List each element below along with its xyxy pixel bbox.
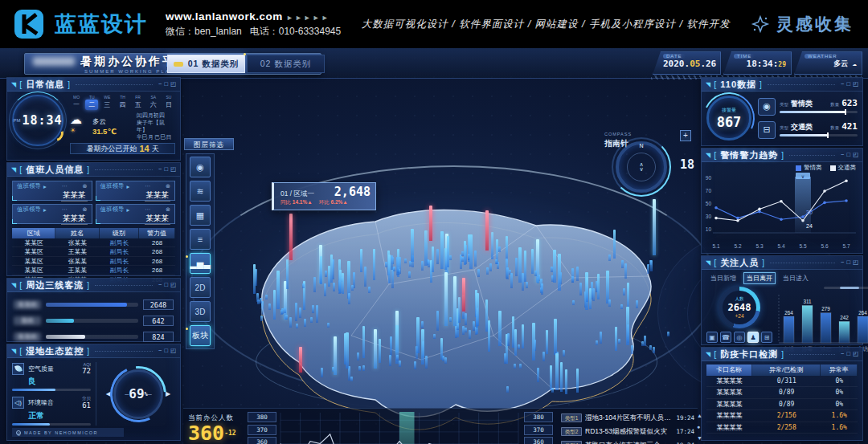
minimize-icon[interactable]: − (841, 259, 844, 266)
scroll-up-icon[interactable]: ▲ (697, 413, 702, 418)
mode-block-button[interactable]: 板块 (190, 325, 211, 346)
weekday-cell[interactable]: SA六 (147, 95, 160, 110)
column-header[interactable]: 卡口名称 (706, 365, 752, 376)
window-icon[interactable]: □ (846, 81, 850, 88)
minimize-icon[interactable]: − (158, 282, 162, 288)
alert-item[interactable]: 类型2RD13-53烟感报警疑似火灾17:24 (561, 425, 694, 438)
close-icon[interactable]: ⊗ (83, 183, 88, 189)
alert-item[interactable]: 类型1湿地3-104片区有不明人员闯入19:24 (561, 411, 694, 425)
close-icon[interactable]: ⊗ (166, 206, 170, 213)
focus-tab[interactable]: 当日进入 (780, 273, 811, 283)
weekday-cell[interactable]: MO一 (70, 95, 83, 110)
compass-dial[interactable]: N ∧∨ (616, 141, 667, 193)
table-row[interactable]: 某某区王某某副局长268 (12, 247, 175, 256)
monitor-icon[interactable]: ▣ (706, 332, 718, 343)
weekday-cell[interactable]: TU二 (85, 95, 98, 110)
column-header[interactable]: 异常/已检测 (752, 365, 821, 376)
more-icon[interactable]: ⋯ (145, 183, 150, 189)
expand-icon[interactable]: ◰ (170, 282, 176, 288)
camera-layer-icon[interactable]: ◉ (190, 157, 211, 177)
duty-leader-card[interactable]: 值班领导▸⋯⊗某某某 (12, 204, 92, 224)
panel-police-trend: ◥警情警力趋势]−□◰ 警情类交通类 9070503010∨30245.15.2… (701, 148, 863, 254)
window-icon[interactable]: □ (164, 166, 168, 173)
table-row[interactable]: 某某区王某某副局长268 (12, 266, 175, 275)
minimize-icon[interactable]: − (158, 81, 162, 88)
weekday-cell[interactable]: FR五 (132, 95, 145, 110)
window-icon[interactable]: □ (164, 282, 168, 288)
mode-3d-button[interactable]: 3D (190, 301, 211, 322)
office-trend-chart[interactable]: 024681012141618202224 (278, 410, 521, 444)
compass-chevrons-icon[interactable]: ∧∨ (639, 162, 643, 172)
checkpoint-row[interactable]: 某某某某0/3110% (706, 376, 858, 387)
column-header[interactable]: 级别 (100, 228, 140, 238)
grid-layer-icon[interactable]: ▦ (190, 205, 211, 226)
checkpoint-row[interactable]: 某某某某2/2581.6% (706, 422, 858, 434)
weekday-cell[interactable]: TH四 (116, 95, 129, 110)
window-icon[interactable]: □ (164, 348, 168, 354)
y-axis-tick-box: 370 (524, 425, 553, 435)
close-icon[interactable]: ⊗ (166, 183, 170, 189)
person-icon[interactable]: ♟ (747, 332, 759, 343)
legend-item[interactable]: 交通类 (830, 164, 857, 172)
map-tooltip[interactable]: 01 / 区域一 2,648 同比 14.1%▲ 环比 6.2%▲ (272, 182, 376, 210)
weekday-cell[interactable]: SU日 (162, 95, 175, 110)
tab-data-category-2[interactable]: 02 数据类别 (247, 55, 325, 73)
signal-layer-icon[interactable]: ≋ (190, 181, 211, 202)
checkpoint-row[interactable]: 某某某某0/890% (706, 399, 858, 410)
duty-leader-card[interactable]: 值班领导▸⋯⊗某某某 (96, 181, 176, 201)
column-header[interactable]: 异常率 (821, 365, 858, 376)
window-icon[interactable]: □ (846, 259, 850, 266)
scroll-down-icon[interactable]: ▼ (697, 435, 702, 441)
expand-icon[interactable]: ◰ (853, 81, 858, 88)
bar-chart-layer-icon[interactable]: ▂▅▃ (190, 253, 211, 274)
svg-text:10: 10 (706, 226, 712, 232)
map-zoom-in-button[interactable]: + (680, 130, 691, 141)
tab-data-category-1[interactable]: 01 数据类别 (167, 55, 245, 73)
mini-scrollbar[interactable] (824, 287, 868, 289)
table-row[interactable]: 某某区张某某副局长268 (12, 257, 175, 266)
cloud-icon: ☁ (853, 59, 857, 67)
target-icon[interactable]: ◎ (734, 332, 745, 343)
checkpoint-row[interactable]: 某某某某2/1561.6% (706, 410, 858, 422)
minimize-icon[interactable]: − (158, 166, 162, 173)
eco-footer: ◎MADE BY NEHOMMICOR (12, 428, 124, 437)
focus-tab[interactable]: 当日离开 (743, 272, 776, 284)
minimize-icon[interactable]: − (841, 152, 844, 158)
inspiration-collect[interactable]: 灵感收集 (751, 13, 854, 35)
close-icon[interactable]: ⊗ (83, 206, 88, 213)
duty-leader-card[interactable]: 值班领导▸⋯⊗某某某 (12, 181, 92, 201)
minimize-icon[interactable]: − (158, 348, 162, 354)
call-type-rows: ◉类型警情类数量623⊟类型交通类数量421 (758, 98, 858, 139)
window-icon[interactable]: □ (164, 81, 168, 88)
vehicle-icon[interactable]: ⊞ (761, 332, 772, 343)
minimize-icon[interactable]: − (841, 81, 844, 88)
table-row[interactable]: 某某区张某某副局长268 (12, 238, 175, 247)
trend-line-chart[interactable]: 9070503010∨30245.15.25.35.45.55.65.7 (702, 172, 859, 251)
more-icon[interactable]: ⋯ (62, 183, 68, 189)
checkpoint-row[interactable]: 某某某某0/890% (706, 387, 858, 398)
duty-leader-card[interactable]: 值班领导▸⋯⊗某某某 (96, 204, 176, 224)
column-header[interactable]: 区域 (12, 228, 55, 238)
expand-icon[interactable]: ◰ (853, 259, 858, 266)
legend-item[interactable]: 警情类 (796, 164, 822, 172)
list-layer-icon[interactable]: ≡ (190, 229, 211, 250)
brand-website[interactable]: www.lanlanwork.com (166, 10, 283, 22)
more-icon[interactable]: ⋯ (145, 206, 150, 213)
alert-item[interactable]: 类型4某路口有小汽车违闯三个红灯19:24 (561, 438, 694, 444)
window-icon[interactable]: □ (846, 152, 850, 158)
expand-icon[interactable]: ◰ (170, 348, 176, 354)
expand-icon[interactable]: ◰ (170, 81, 176, 88)
phone-icon[interactable]: ☎ (720, 332, 731, 343)
mode-2d-button[interactable]: 2D (190, 277, 211, 298)
minimize-icon[interactable]: − (841, 351, 844, 357)
more-icon[interactable]: ⋯ (62, 206, 68, 213)
column-header[interactable]: 姓名 (55, 228, 99, 238)
expand-icon[interactable]: ◰ (853, 152, 858, 158)
weekday-cell[interactable]: WE三 (100, 95, 113, 110)
expand-icon[interactable]: ◰ (853, 351, 858, 357)
column-header[interactable]: 警力值 (139, 228, 175, 238)
focus-tab[interactable]: 当日新增 (708, 273, 739, 283)
expand-icon[interactable]: ◰ (170, 166, 176, 173)
window-icon[interactable]: □ (846, 351, 850, 357)
indicator-dot-icon[interactable]: ● (697, 424, 702, 430)
